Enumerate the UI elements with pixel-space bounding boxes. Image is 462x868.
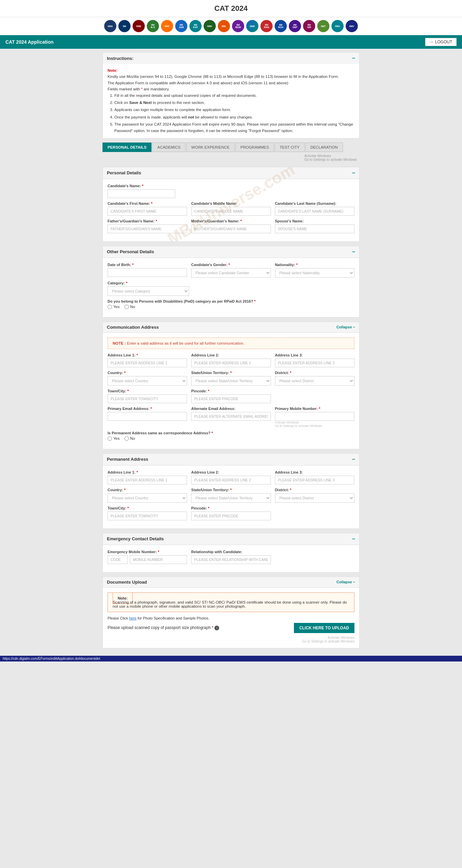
tab-test-city[interactable]: TEST CITY <box>275 143 305 152</box>
instructions-collapse-icon[interactable]: − <box>352 55 355 61</box>
gender-select[interactable]: Please select Candidate Gender <box>191 268 271 278</box>
comm-town-input[interactable] <box>108 394 187 403</box>
perm-town-pincode-row: Town/City: * Pincode: * <box>108 506 354 520</box>
upload-label-group: Please upload scanned copy of passport s… <box>108 625 219 630</box>
instruction-step-3: Applicants can login multiple times to c… <box>114 107 354 113</box>
mothers-name-input[interactable] <box>191 224 271 233</box>
fathers-name-input[interactable] <box>108 224 187 233</box>
personal-details-collapse-icon[interactable]: − <box>352 170 355 176</box>
perm-district-select[interactable]: Please select District <box>275 493 354 503</box>
category-row: Category: * Please select Category <box>108 281 354 296</box>
comm-alt-email-input[interactable] <box>191 412 271 421</box>
logout-label: LOGOUT <box>435 40 452 44</box>
emergency-mobile-col: Emergency Mobile Number: * <box>108 550 187 564</box>
perm-no-label[interactable]: No <box>124 436 135 441</box>
category-col: Category: * Please select Category <box>108 281 189 296</box>
category-select[interactable]: Please select Category <box>108 286 189 296</box>
perm-pincode-input[interactable] <box>191 512 271 520</box>
comm-email-input[interactable] <box>108 412 187 421</box>
dob-col: Date of Birth: * <box>108 263 187 278</box>
middle-name-label: Candidate's Middle Name: <box>191 201 271 205</box>
comm-address3-input[interactable] <box>275 359 354 367</box>
perm-address2-input[interactable] <box>191 476 271 484</box>
perm-yes-radio[interactable] <box>108 436 112 441</box>
tab-personal-details[interactable]: PERSONAL DETAILS <box>102 143 152 152</box>
logout-button[interactable]: → LOGOUT <box>425 38 457 46</box>
pwd-yes-label[interactable]: Yes <box>108 305 120 309</box>
upload-info-icon[interactable]: i <box>214 626 219 630</box>
communication-address-collapse[interactable]: Collapse − <box>337 325 355 329</box>
perm-address2-label: Address Line 2: <box>191 470 271 474</box>
perm-address1-input[interactable] <box>108 476 187 484</box>
comm-alt-email-col: Alternate Email Address: <box>191 407 271 428</box>
emergency-contact-collapse-icon[interactable]: − <box>352 536 355 542</box>
logo-iim-lucknow: IIML <box>218 20 230 32</box>
first-name-input[interactable] <box>108 207 187 216</box>
comm-state-label: State/Union Territory: * <box>191 371 271 375</box>
comm-state-select[interactable]: Please select State/Union Territory <box>191 376 271 386</box>
comm-district-select[interactable]: Please select District <box>275 376 354 386</box>
perm-pincode-label: Pincode: * <box>191 506 271 510</box>
comm-town-pincode-row: Town/City: * Pincode: * <box>108 389 354 403</box>
perm-yes-label[interactable]: Yes <box>108 436 120 441</box>
perm-country-select[interactable]: Please select Country <box>108 493 187 503</box>
perm-state-col: State/Union Territory: * Please select S… <box>191 488 271 503</box>
permanent-address-body: Address Line 1: * Address Line 2: Addres… <box>103 465 359 528</box>
perm-town-input[interactable] <box>108 512 187 520</box>
comm-note-text: Enter a valid address as it will be used… <box>127 341 244 345</box>
emergency-contact-section: Emergency Contact Details − Emergency Mo… <box>102 533 360 572</box>
dob-input[interactable] <box>108 268 187 277</box>
comm-email-mobile-row: Primary Email Address: * Alternate Email… <box>108 407 354 428</box>
comm-address1-input[interactable] <box>108 359 187 367</box>
logo-bar: IIMA IIM IIMB IIMB.G IIMC IIMJAM IIMKSP … <box>0 17 462 35</box>
perm-state-select[interactable]: Please select State/Union Territory <box>191 493 271 503</box>
candidates-name-input[interactable] <box>108 189 175 198</box>
upload-button[interactable]: CLICK HERE TO UPLOAD <box>294 623 354 633</box>
documents-upload-collapse[interactable]: Collapse − <box>337 580 355 584</box>
comm-country-label: Country: * <box>108 371 187 375</box>
pwd-no-label[interactable]: No <box>124 305 135 309</box>
pwd-yes-radio[interactable] <box>108 305 112 309</box>
comm-mobile-input[interactable] <box>275 412 354 421</box>
activate-windows-overlay: Activate WindowsGo to Settings to activa… <box>275 421 354 428</box>
permanent-address-collapse-icon[interactable]: − <box>352 456 355 462</box>
middle-name-col: Candidate's Middle Name: <box>191 201 271 216</box>
emergency-code-input[interactable] <box>108 555 128 564</box>
last-name-label: Candidate's Last Name (Surname): <box>275 201 354 205</box>
comm-address2-input[interactable] <box>191 359 271 367</box>
photo-spec-link[interactable]: here <box>129 616 137 620</box>
tab-programmes[interactable]: PROGRAMMES <box>235 143 274 152</box>
documents-upload-title: Documents Upload <box>107 580 147 585</box>
other-personal-details-collapse-icon[interactable]: − <box>352 249 355 255</box>
middle-name-input[interactable] <box>191 207 271 216</box>
comm-spacer-col <box>275 389 354 403</box>
spouses-name-input[interactable] <box>275 224 354 233</box>
tab-declaration[interactable]: DECLARATION <box>305 143 343 152</box>
emergency-relationship-input[interactable] <box>191 555 271 564</box>
comm-country-select[interactable]: Please select Country <box>108 376 187 386</box>
perm-state-label: State/Union Territory: * <box>191 488 271 492</box>
tab-work-experience[interactable]: WORK EXPERIENCE <box>186 143 235 152</box>
emergency-mobile-label: Emergency Mobile Number: * <box>108 550 187 554</box>
perm-address3-input[interactable] <box>275 476 354 484</box>
personal-details-body: Candidate's Name: * Candidate's First Na… <box>103 179 359 241</box>
perm-district-col: District: * Please select District <box>275 488 354 503</box>
logo-iim-calcutta: IIMC <box>161 20 173 32</box>
nationality-select[interactable]: Please select Nationality <box>275 268 354 278</box>
permanent-address-header: Permanent Address − <box>103 454 359 465</box>
instructions-line1: Kindly use Mozilla (version 94 to 112), … <box>108 74 339 79</box>
tab-academics[interactable]: ACADEMICS <box>152 143 185 152</box>
last-name-input[interactable] <box>275 207 354 216</box>
perm-country-col: Country: * Please select Country <box>108 488 187 503</box>
emergency-mobile-input[interactable] <box>130 555 187 564</box>
spouses-name-label: Spouse's Name: <box>275 219 354 223</box>
perm-yes-text: Yes <box>113 436 120 440</box>
pwd-no-radio[interactable] <box>124 305 129 309</box>
perm-country-label: Country: * <box>108 488 187 492</box>
perm-no-radio[interactable] <box>124 436 129 441</box>
instructions-line2: The Application Form is compatible with … <box>108 81 288 85</box>
activate-windows-bottom: Activate WindowsGo to Settings to activa… <box>108 636 354 643</box>
perm-address1-col: Address Line 1: * <box>108 470 187 484</box>
comm-pincode-input[interactable] <box>191 394 271 403</box>
instructions-section: Instructions: − Note: Kindly use Mozilla… <box>102 52 360 138</box>
